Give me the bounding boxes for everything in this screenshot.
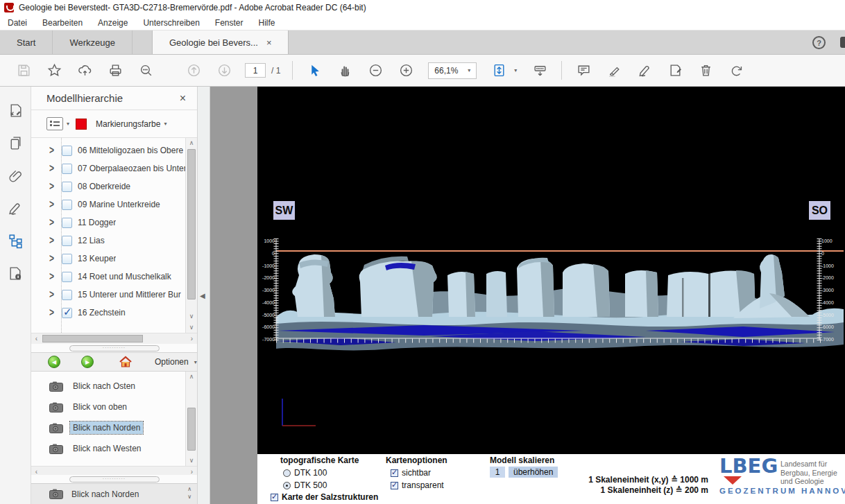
panel-splitter-2[interactable]: ·········· [31, 475, 197, 483]
menu-unterschreiben[interactable]: Unterschreiben [135, 18, 207, 28]
view-item[interactable]: Blick nach Westen [31, 438, 197, 459]
scroll-down-icon[interactable]: ∨ [186, 311, 197, 322]
redo-icon[interactable] [728, 63, 744, 78]
next-page-icon[interactable] [216, 63, 232, 78]
page-thumbnails-icon[interactable] [7, 134, 24, 151]
expand-chevron-icon[interactable]: > [49, 270, 56, 283]
layer-checkbox[interactable] [62, 290, 72, 300]
expand-chevron-icon[interactable]: > [49, 180, 56, 193]
reading-mode-icon[interactable] [532, 63, 547, 78]
layer-checkbox[interactable] [62, 182, 72, 192]
layer-checkbox[interactable] [62, 254, 72, 264]
select-tool-icon[interactable] [307, 63, 322, 78]
tree-item[interactable]: > 08 Oberkreide [31, 177, 197, 195]
default-view-button[interactable] [119, 356, 133, 368]
menu-datei[interactable]: Datei [0, 18, 35, 28]
previous-view-button[interactable]: ◀ [48, 356, 60, 368]
page-info-icon[interactable] [7, 265, 24, 281]
help-icon[interactable]: ? [812, 36, 826, 49]
views-horizontal-scrollbar[interactable]: ‹ › [31, 466, 197, 475]
layer-checkbox[interactable] [62, 218, 72, 228]
tree-item[interactable]: > 07 Oberpalaeozaen bis Unter [31, 159, 197, 177]
layer-checkbox[interactable] [62, 272, 72, 282]
scrollbar-thumb[interactable] [187, 149, 196, 299]
page-number-input[interactable] [245, 63, 266, 78]
view-item[interactable]: Blick nach Osten [31, 376, 197, 397]
star-icon[interactable] [46, 63, 62, 78]
zoom-out-icon[interactable] [368, 63, 383, 78]
layer-checkbox[interactable] [62, 200, 72, 210]
salt-structures-checkbox[interactable] [271, 494, 278, 501]
dtk100-radio[interactable] [283, 469, 291, 477]
scroll-up-icon[interactable]: ∧ [186, 372, 197, 382]
splitter-handle[interactable]: ·········· [69, 345, 160, 351]
scroll-left-icon[interactable]: ‹ [31, 467, 42, 475]
scroll-left-icon[interactable]: ‹ [31, 333, 42, 344]
tree-item[interactable]: > 15 Unterer und Mittlerer Bur [31, 286, 197, 304]
scroll-down-icon[interactable]: ∨ [186, 322, 197, 333]
fit-page-caret-icon[interactable]: ▾ [514, 67, 517, 73]
attachments-icon[interactable] [7, 167, 24, 184]
expand-chevron-icon[interactable]: > [49, 216, 56, 229]
menu-anzeige[interactable]: Anzeige [90, 18, 135, 28]
export-pdf-icon[interactable] [7, 102, 24, 119]
share-cloud-icon[interactable] [77, 63, 92, 78]
tab-start[interactable]: Start [0, 31, 53, 54]
highlight-icon[interactable] [606, 63, 622, 78]
layer-checkbox[interactable] [62, 236, 72, 246]
collapse-panel-icon[interactable]: ◀ [200, 292, 205, 299]
signatures-icon[interactable] [7, 200, 24, 216]
model-tree-icon[interactable] [7, 232, 24, 249]
tree-item[interactable]: > 12 Lias [31, 232, 197, 250]
layer-checkbox[interactable] [62, 146, 72, 156]
panel-splitter[interactable]: ·········· [31, 344, 197, 352]
dtk100-radio-row[interactable]: DTK 100 [283, 468, 327, 478]
tree-item[interactable]: > 09 Marine Unterkreide [31, 195, 197, 214]
menu-fenster[interactable]: Fenster [207, 18, 251, 28]
dtk500-radio-row[interactable]: DTK 500 [283, 480, 327, 490]
dtk500-radio[interactable] [283, 482, 291, 489]
trash-icon[interactable] [698, 63, 713, 78]
splitter-handle[interactable]: ·········· [69, 476, 160, 483]
visible-checkbox[interactable] [391, 469, 398, 477]
visible-row[interactable]: sichtbar [391, 468, 431, 478]
scroll-right-icon[interactable]: › [187, 333, 197, 344]
expand-chevron-icon[interactable]: > [49, 162, 56, 175]
expand-chevron-icon[interactable]: > [49, 306, 56, 319]
view-item[interactable]: Blick von oben [31, 397, 197, 417]
expand-chevron-icon[interactable]: > [49, 288, 56, 301]
search-icon[interactable] [138, 63, 153, 78]
current-view-row[interactable]: Blick nach Norden ∧∨ [31, 483, 197, 504]
expand-chevron-icon[interactable]: > [49, 234, 56, 247]
scrollbar-thumb[interactable] [42, 335, 143, 342]
previous-page-icon[interactable] [186, 63, 201, 78]
salt-structures-row[interactable]: Karte der Salzstrukturen [271, 492, 378, 502]
expand-chevron-icon[interactable]: > [49, 252, 56, 265]
exaggerate-button[interactable]: überhöhen [509, 467, 558, 478]
hand-tool-icon[interactable] [337, 63, 352, 78]
tree-horizontal-scrollbar[interactable]: ‹ › [31, 333, 197, 344]
fill-sign-icon[interactable] [667, 63, 683, 78]
tree-vertical-scrollbar[interactable]: ∧ ∨ ∨ [185, 138, 197, 333]
expand-chevron-icon[interactable]: > [49, 144, 56, 157]
save-icon[interactable] [16, 63, 31, 78]
tree-item[interactable]: > 14 Roet und Muschelkalk [31, 268, 197, 286]
tree-item[interactable]: > 13 Keuper [31, 250, 197, 268]
fit-page-icon[interactable] [491, 63, 506, 78]
marking-color-caret-icon[interactable]: ▾ [164, 121, 167, 127]
scrollbar-thumb[interactable] [187, 408, 196, 451]
tree-item[interactable]: > 06 Mitteloligozaen bis Obere [31, 141, 197, 159]
section-scroll-icons[interactable]: ∧∨ [187, 485, 191, 501]
next-view-button[interactable]: ▶ [81, 356, 94, 368]
menu-bearbeiten[interactable]: Bearbeiten [35, 18, 90, 28]
sign-pen-icon[interactable] [637, 63, 652, 78]
layer-checkbox[interactable] [62, 308, 72, 318]
tab-werkzeuge[interactable]: Werkzeuge [53, 31, 133, 54]
3d-viewer[interactable]: SW SO 10000-1000-2000-3000-4000-5000-600… [257, 87, 845, 454]
tab-close-icon[interactable]: × [266, 37, 272, 48]
tab-document[interactable]: Geologie bei Bevers... × [152, 31, 289, 54]
scroll-up-icon[interactable]: ∧ [186, 138, 197, 148]
layer-checkbox[interactable] [62, 164, 72, 174]
view-item[interactable]: Blick nach Norden [31, 417, 197, 438]
panel-close-icon[interactable]: × [180, 92, 186, 105]
